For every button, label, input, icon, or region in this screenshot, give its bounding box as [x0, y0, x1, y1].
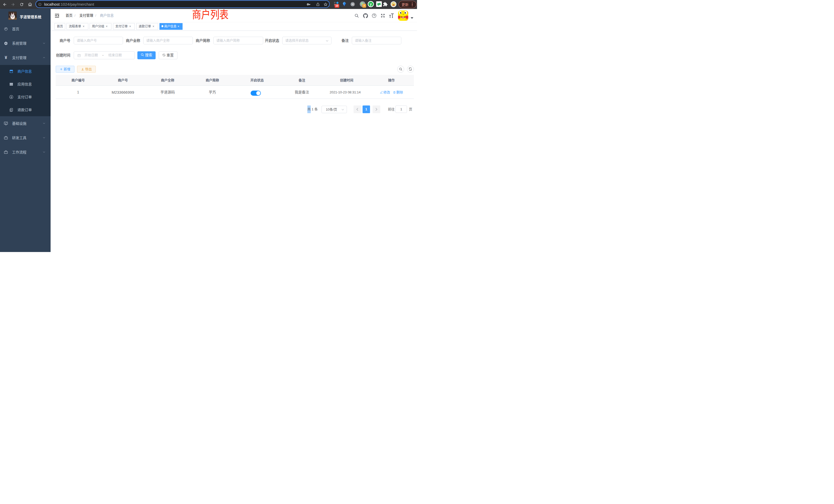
svg-text:y: y: [370, 2, 372, 6]
svg-text:⌘: ⌘: [351, 3, 354, 6]
